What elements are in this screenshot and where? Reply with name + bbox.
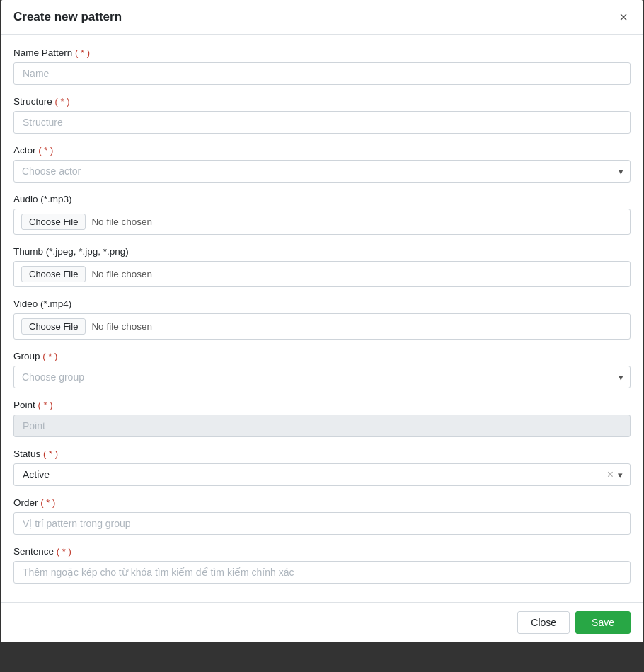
thumb-file-name: No file chosen: [91, 269, 152, 279]
save-button[interactable]: Save: [575, 611, 631, 634]
audio-file-input-wrapper: Choose File No file chosen: [13, 209, 631, 235]
structure-input[interactable]: [13, 111, 631, 134]
name-pattern-group: Name Pattern ( * ): [13, 47, 631, 85]
audio-choose-file-button[interactable]: Choose File: [21, 214, 86, 230]
status-label: Status ( * ): [13, 448, 631, 459]
thumb-label: Thumb (*.jpeg, *.jpg, *.png): [13, 246, 631, 257]
order-input[interactable]: [13, 512, 631, 535]
modal-title: Create new pattern: [13, 10, 122, 24]
actor-select[interactable]: [13, 160, 631, 183]
sentence-group: Sentence ( * ): [13, 546, 631, 584]
point-label: Point ( * ): [13, 400, 631, 410]
group-label: Group ( * ): [13, 351, 631, 361]
status-clear-button[interactable]: ×: [603, 469, 618, 480]
group-select-wrapper: ▾ Choose group: [13, 366, 631, 388]
sentence-input[interactable]: [13, 561, 631, 584]
audio-group: Audio (*.mp3) Choose File No file chosen: [13, 194, 631, 235]
point-input: [13, 415, 631, 437]
video-group: Video (*.mp4) Choose File No file chosen: [13, 299, 631, 340]
audio-file-name: No file chosen: [91, 216, 152, 227]
actor-select-wrapper: ▾ Choose actor: [13, 160, 631, 183]
video-file-name: No file chosen: [91, 321, 152, 332]
close-button[interactable]: Close: [517, 611, 570, 634]
modal-header: Create new pattern ×: [1, 0, 643, 35]
audio-label: Audio (*.mp3): [13, 194, 631, 204]
video-file-input-wrapper: Choose File No file chosen: [13, 313, 631, 340]
thumb-choose-file-button[interactable]: Choose File: [21, 266, 86, 282]
thumb-group: Thumb (*.jpeg, *.jpg, *.png) Choose File…: [13, 246, 631, 287]
status-select-wrapper: Active Inactive × ▾: [13, 463, 631, 486]
status-group: Status ( * ) Active Inactive × ▾: [13, 448, 631, 486]
order-label: Order ( * ): [13, 497, 631, 508]
group-select[interactable]: [13, 366, 631, 388]
status-select[interactable]: Active Inactive: [14, 464, 603, 485]
structure-label: Structure ( * ): [13, 96, 631, 107]
name-pattern-input[interactable]: [13, 62, 631, 85]
sentence-label: Sentence ( * ): [13, 546, 631, 557]
name-pattern-label: Name Pattern ( * ): [13, 47, 631, 58]
point-group: Point ( * ): [13, 400, 631, 437]
structure-group: Structure ( * ): [13, 96, 631, 134]
actor-label: Actor ( * ): [13, 145, 631, 156]
modal-close-x-button[interactable]: ×: [616, 10, 631, 24]
group-group: Group ( * ) ▾ Choose group: [13, 351, 631, 388]
thumb-file-input-wrapper: Choose File No file chosen: [13, 261, 631, 287]
order-group: Order ( * ): [13, 497, 631, 535]
modal-body: Name Pattern ( * ) Structure ( * ) Actor…: [1, 35, 643, 602]
video-choose-file-button[interactable]: Choose File: [21, 318, 86, 335]
modal-footer: Close Save: [1, 602, 643, 642]
create-pattern-modal: Create new pattern × Name Pattern ( * ) …: [1, 0, 643, 642]
status-select-arrow-icon: ▾: [618, 470, 630, 480]
actor-group: Actor ( * ) ▾ Choose actor: [13, 145, 631, 183]
video-label: Video (*.mp4): [13, 299, 631, 309]
